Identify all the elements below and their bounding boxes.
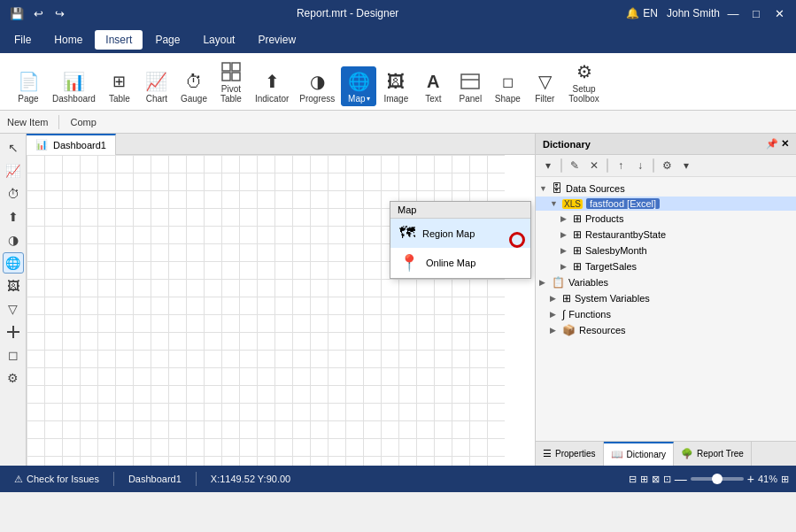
sidebar-pointer[interactable]: ↖: [3, 137, 24, 158]
ribbon-btn-gauge[interactable]: ⏱ Gauge: [176, 66, 212, 106]
ribbon-btn-dashboard[interactable]: 📊 Dashboard: [48, 66, 100, 106]
sidebar-filter[interactable]: ▽: [3, 298, 24, 320]
panel-tab-properties[interactable]: ☰ Properties: [536, 442, 604, 466]
page-icon-3[interactable]: ⊠: [652, 474, 660, 485]
panel-pin-icon[interactable]: 📌: [766, 138, 778, 150]
popup-item-region-map[interactable]: 🗺 Region Map: [390, 219, 530, 248]
map-icon: 🌐: [346, 69, 371, 94]
status-bar: ⚠ Check for Issues Dashboard1 X:1149.52 …: [0, 466, 796, 492]
panel-tab-report-tree[interactable]: 🌳 Report Tree: [674, 442, 752, 466]
tree-item-functions[interactable]: ▶ ∫ Functions: [536, 306, 796, 322]
panel-tool-up[interactable]: ↑: [612, 157, 630, 174]
image-icon: 🖼: [383, 69, 408, 94]
sidebar-indicator[interactable]: ⬆: [3, 206, 24, 227]
ribbon-label-text: Text: [425, 94, 441, 104]
sidebar-map[interactable]: 🌐: [3, 252, 24, 274]
ribbon-btn-image[interactable]: 🖼 Image: [378, 66, 413, 106]
ribbon-btn-text[interactable]: A Text: [415, 66, 451, 106]
ribbon-btn-chart[interactable]: 📈 Chart: [139, 66, 174, 106]
close-btn[interactable]: ✕: [769, 4, 789, 23]
ribbon-btn-progress[interactable]: ◑ Progress: [295, 66, 339, 106]
ribbon-btn-indicator[interactable]: ⬆ Indicator: [251, 66, 293, 106]
zoom-out-btn[interactable]: —: [675, 472, 687, 486]
tree-item-targetsales[interactable]: ▶ ⊞ TargetSales: [536, 258, 796, 274]
sidebar-gauge[interactable]: ⏱: [3, 183, 24, 204]
page-icon-4[interactable]: ⊡: [663, 474, 671, 485]
menu-page[interactable]: Page: [144, 30, 190, 50]
zoom-in-btn[interactable]: +: [747, 472, 754, 486]
expand-sysvar: ▶: [550, 294, 560, 303]
sidebar-settings[interactable]: ⚙: [3, 367, 24, 389]
panel-close-icon[interactable]: ✕: [781, 138, 789, 150]
status-tab[interactable]: Dashboard1: [121, 472, 189, 486]
canvas-tab-dashboard[interactable]: 📊 Dashboard1: [27, 134, 116, 155]
sidebar-progress[interactable]: ◑: [3, 229, 24, 251]
ribbon-btn-pivot[interactable]: PivotTable: [213, 57, 249, 106]
panel-tool-edit[interactable]: ✎: [566, 157, 583, 174]
tree-item-sysvar[interactable]: ▶ ⊞ System Variables: [536, 290, 796, 306]
notification-icon[interactable]: 🔔: [626, 7, 639, 19]
text-icon: A: [421, 69, 445, 94]
menu-file[interactable]: File: [4, 30, 42, 50]
gauge-icon: ⏱: [182, 69, 206, 94]
check-issues-btn[interactable]: ⚠ Check for Issues: [7, 472, 106, 487]
svg-rect-1: [232, 63, 240, 71]
ribbon-label-map: Map: [348, 94, 365, 104]
resources-label: Resources: [579, 325, 626, 335]
ribbon-label-setup: SetupToolbox: [568, 84, 599, 104]
sidebar-cross[interactable]: [3, 321, 24, 343]
user-info: EN John Smith: [643, 7, 720, 19]
ribbon-btn-shape[interactable]: ◻ Shape: [490, 66, 525, 106]
ribbon-label-image: Image: [383, 94, 408, 104]
panel-tool-delete[interactable]: ✕: [585, 157, 603, 174]
toolbar-divider-1: [58, 115, 59, 129]
panel-tool-more[interactable]: ▾: [677, 157, 695, 174]
panel-tool-settings[interactable]: ⚙: [658, 157, 676, 174]
tree-item-fastfood[interactable]: ▼ XLS fastfood [Excel]: [536, 197, 796, 211]
shape-icon: ◻: [495, 69, 520, 94]
sidebar-chart[interactable]: 📈: [3, 160, 24, 181]
status-right: ⊟ ⊞ ⊠ ⊡ — + 41% ⊞: [629, 472, 789, 486]
sidebar-shape[interactable]: ◻: [3, 344, 24, 366]
ribbon-btn-filter[interactable]: ▽ Filter: [527, 66, 562, 106]
ribbon-btn-table[interactable]: ⊞ Table: [102, 66, 137, 106]
tree-item-variables[interactable]: ▶ 📋 Variables: [536, 274, 796, 290]
menu-insert[interactable]: Insert: [95, 30, 143, 50]
panel-tabs: ☰ Properties 📖 Dictionary 🌳 Report Tree: [536, 441, 796, 466]
ribbon-btn-page[interactable]: 📄 Page: [11, 66, 46, 106]
sidebar-image[interactable]: 🖼: [3, 275, 24, 297]
fit-icon[interactable]: ⊞: [781, 474, 789, 485]
zoom-level: 41%: [758, 474, 777, 484]
ribbon-btn-setup[interactable]: ⚙ SetupToolbox: [564, 57, 603, 106]
redo-btn[interactable]: ↪: [50, 4, 69, 23]
ribbon-btn-map[interactable]: 🌐 Map ▾: [341, 66, 376, 106]
maximize-btn[interactable]: □: [746, 4, 766, 23]
ribbon-btn-panel[interactable]: Panel: [452, 66, 488, 106]
panel-tab-dictionary[interactable]: 📖 Dictionary: [604, 442, 674, 466]
page-icon-1[interactable]: ⊟: [629, 474, 637, 485]
tree-content: ▼ 🗄 Data Sources ▼ XLS fastfood [Excel] …: [536, 177, 796, 441]
zoom-slider[interactable]: [691, 477, 744, 481]
minimize-btn[interactable]: —: [723, 4, 743, 23]
canvas-area[interactable]: 📊 Dashboard1 Map 🗺 Region Map 📍 Online M…: [27, 134, 535, 466]
restaurant-icon: ⊞: [573, 228, 582, 241]
menu-preview[interactable]: Preview: [247, 30, 306, 50]
tree-item-products[interactable]: ▶ ⊞ Products: [536, 211, 796, 227]
chart-icon: 📈: [144, 69, 169, 94]
menu-home[interactable]: Home: [43, 30, 93, 50]
tree-item-salesbymonth[interactable]: ▶ ⊞ SalesbyMonth: [536, 243, 796, 258]
panel-header: Dictionary 📌 ✕: [536, 134, 796, 155]
tree-item-resources[interactable]: ▶ 📦 Resources: [536, 322, 796, 338]
status-tab-label: Dashboard1: [128, 474, 182, 484]
panel-tool-dropdown[interactable]: ▾: [539, 157, 557, 174]
datasources-icon: 🗄: [552, 182, 562, 195]
tree-item-datasources[interactable]: ▼ 🗄 Data Sources: [536, 181, 796, 197]
popup-item-online-map[interactable]: 📍 Online Map: [390, 248, 530, 278]
panel-tool-down[interactable]: ↓: [631, 157, 649, 174]
page-icon-2[interactable]: ⊞: [640, 474, 648, 485]
save-btn[interactable]: 💾: [7, 4, 27, 23]
ribbon-label-pivot: PivotTable: [220, 84, 242, 104]
menu-layout[interactable]: Layout: [192, 30, 245, 50]
tree-item-restaurantbystate[interactable]: ▶ ⊞ RestaurantbyState: [536, 227, 796, 243]
undo-btn[interactable]: ↩: [28, 4, 48, 23]
